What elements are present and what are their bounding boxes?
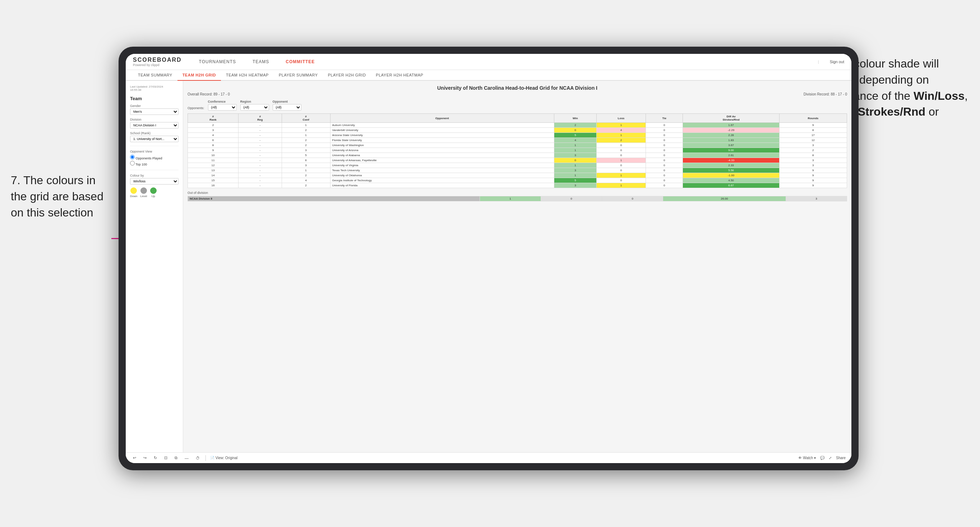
opponent-filter-select[interactable]: (All) <box>273 104 301 111</box>
cell-rounds: 3 <box>779 143 847 148</box>
cell-reg: - <box>239 138 282 143</box>
cell-conf: 2 <box>282 173 330 178</box>
opponents-label: Opponents: <box>188 106 204 111</box>
sidebar-team-title: Team <box>130 96 178 101</box>
division-record: Division Record: 88 - 17 - 0 <box>803 92 847 96</box>
legend-level-dot <box>140 187 147 194</box>
tab-team-h2h-heatmap[interactable]: TEAM H2H HEATMAP <box>221 70 274 81</box>
cell-reg: - <box>239 183 282 188</box>
out-division-loss: 0 <box>541 196 602 202</box>
table-row: 12 - 3 University of Virginia 1 0 0 2.33… <box>188 163 847 168</box>
comment-btn[interactable]: 💬 <box>820 456 824 460</box>
cell-opponent: University of Florida <box>330 183 554 188</box>
cell-tie: 0 <box>646 163 682 168</box>
cell-rounds: 8 <box>779 153 847 158</box>
share-btn[interactable]: Share <box>836 456 846 460</box>
cell-loss: 1 <box>597 133 646 138</box>
sidebar-radio-group: Opponents Played Top 100 <box>130 155 178 166</box>
copy-btn[interactable]: ⧉ <box>173 455 179 461</box>
nav-tournaments[interactable]: TOURNAMENTS <box>196 58 239 66</box>
cell-conf: 5 <box>282 153 330 158</box>
cell-rank: 3 <box>188 128 239 133</box>
sidebar-radio-top100[interactable]: Top 100 <box>130 161 178 166</box>
cell-rank: 13 <box>188 168 239 173</box>
main-content: Last Updated: 27/03/2024 16:55:38 Team G… <box>126 81 851 452</box>
cell-win: 1 <box>554 143 597 148</box>
redo-btn[interactable]: ↪ <box>142 455 148 461</box>
out-division-win: 1 <box>480 196 541 202</box>
sidebar-school-select[interactable]: 1. University of Nort... <box>130 136 178 142</box>
sidebar-colour-by-label: Colour by <box>130 174 178 177</box>
tab-team-h2h-grid[interactable]: TEAM H2H GRID <box>177 70 221 81</box>
filter-row: Opponents: Conference (All) Region (All) <box>188 100 847 111</box>
conference-filter: Conference (All) <box>208 100 237 111</box>
tablet-device: SCOREBOARD Powered by clippd TOURNAMENTS… <box>119 47 859 470</box>
cell-loss: 0 <box>597 143 646 148</box>
undo-btn[interactable]: ↩ <box>132 455 138 461</box>
cell-rounds: 3 <box>779 163 847 168</box>
cell-loss: 4 <box>597 128 646 133</box>
conference-filter-select[interactable]: (All) <box>208 104 237 111</box>
refresh-btn[interactable]: ↻ <box>152 455 158 461</box>
col-diff: Diff AvStrokes/Rnd <box>683 114 779 123</box>
tab-team-summary[interactable]: TEAM SUMMARY <box>133 70 177 81</box>
sidebar-colour-by-select[interactable]: Win/loss <box>130 178 178 184</box>
sidebar-school-label: School (Rank) <box>130 132 178 135</box>
legend: Down Level Up <box>130 187 178 198</box>
sign-out-link[interactable]: Sign out <box>830 60 844 64</box>
cell-conf: 2 <box>282 128 330 133</box>
cell-reg: - <box>239 173 282 178</box>
col-rounds: Rounds <box>779 114 847 123</box>
cell-opponent: Texas Tech University <box>330 168 554 173</box>
cell-rank: 4 <box>188 133 239 138</box>
cell-tie: 0 <box>646 133 682 138</box>
sidebar-radio-played[interactable]: Opponents Played <box>130 155 178 160</box>
clock-btn[interactable]: ⏱ <box>194 455 201 461</box>
crop-btn[interactable]: ⊡ <box>163 455 169 461</box>
cell-opponent: Auburn University <box>330 123 554 128</box>
cell-rank: 14 <box>188 173 239 178</box>
cell-rounds: 9 <box>779 178 847 183</box>
sidebar: Last Updated: 27/03/2024 16:55:38 Team G… <box>126 81 183 452</box>
cell-opponent: Florida State University <box>330 138 554 143</box>
region-filter-select[interactable]: (All) <box>240 104 269 111</box>
cell-tie: 0 <box>646 158 682 163</box>
sidebar-gender-select[interactable]: Men's <box>130 108 178 115</box>
cell-win: 4 <box>554 138 597 143</box>
nav-teams[interactable]: TEAMS <box>250 58 272 66</box>
cell-win: 1 <box>554 163 597 168</box>
sidebar-division-select[interactable]: NCAA Division I <box>130 122 178 129</box>
tab-player-h2h-grid[interactable]: PLAYER H2H GRID <box>323 70 371 81</box>
tab-player-h2h-heatmap[interactable]: PLAYER H2H HEATMAP <box>371 70 428 81</box>
cell-reg: - <box>239 158 282 163</box>
table-row: 14 - 2 University of Oklahoma 1 1 0 -1.0… <box>188 173 847 178</box>
col-tie: Tie <box>646 114 682 123</box>
dash-btn[interactable]: — <box>183 455 190 461</box>
share-icon[interactable]: ⤢ <box>829 456 832 460</box>
tab-player-summary[interactable]: PLAYER SUMMARY <box>274 70 323 81</box>
cell-loss: 0 <box>597 148 646 153</box>
watch-btn[interactable]: 👁 Watch ▾ <box>798 456 816 460</box>
cell-win: 3 <box>554 168 597 173</box>
cell-tie: 0 <box>646 153 682 158</box>
out-division-name: NCAA Division II <box>188 196 480 202</box>
table-row: 11 - 6 University of Arkansas, Fayettevi… <box>188 158 847 163</box>
cell-rounds: 12 <box>779 138 847 143</box>
cell-loss: 1 <box>597 123 646 128</box>
cell-reg: - <box>239 128 282 133</box>
cell-loss: 0 <box>597 168 646 173</box>
cell-rank: 6 <box>188 138 239 143</box>
table-row: 2 - 1 Auburn University 2 1 0 1.67 9 <box>188 123 847 128</box>
cell-conf: 1 <box>282 133 330 138</box>
cell-diff: 2.61 <box>683 153 779 158</box>
cell-tie: 0 <box>646 138 682 143</box>
legend-level-label: Level <box>140 195 147 198</box>
cell-tie: 0 <box>646 123 682 128</box>
view-original-btn[interactable]: 📄 View: Original <box>210 456 237 460</box>
cell-opponent: Vanderbilt University <box>330 128 554 133</box>
nav-committee[interactable]: COMMITTEE <box>283 58 318 66</box>
cell-loss: 1 <box>597 183 646 188</box>
cell-opponent: University of Oklahoma <box>330 173 554 178</box>
tablet-screen: SCOREBOARD Powered by clippd TOURNAMENTS… <box>126 54 851 463</box>
overall-record: Overall Record: 89 - 17 - 0 <box>188 92 230 96</box>
